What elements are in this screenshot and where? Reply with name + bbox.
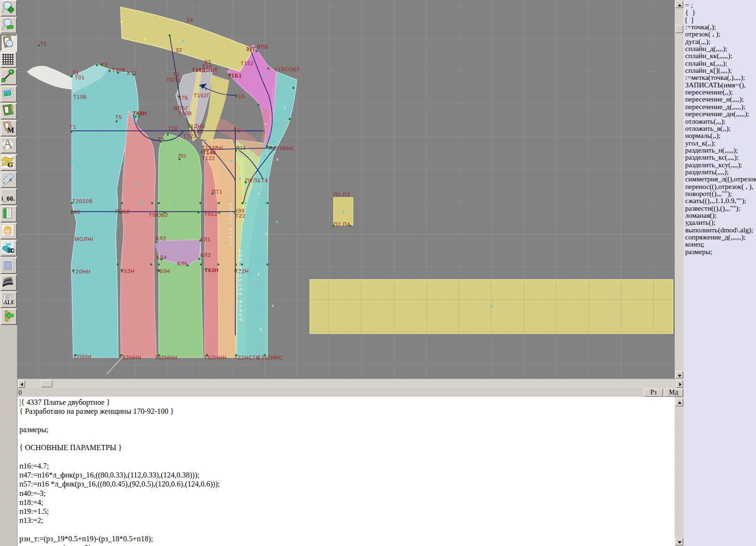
svg-text:x: x bbox=[265, 121, 267, 126]
svg-text:x: x bbox=[272, 303, 274, 308]
svg-text:Т152: Т152 bbox=[241, 60, 254, 66]
svg-text:Т10Б: Т10Б bbox=[73, 94, 87, 100]
svg-text:Т352ННС: Т352ННС bbox=[258, 355, 284, 360]
svg-text:Т6П1: Т6П1 bbox=[166, 77, 180, 83]
svg-text:Т0: Т0 bbox=[40, 41, 47, 47]
svg-text:ЛО: ЛО bbox=[178, 153, 186, 159]
svg-text:x: x bbox=[258, 272, 260, 276]
svg-text:Т9ЮБ2: Т9ЮБ2 bbox=[149, 212, 168, 218]
svg-text:Т52ННН: Т52ННН bbox=[119, 355, 142, 360]
svg-text:Т88Н: Т88Н bbox=[133, 111, 147, 116]
svg-text:КЛ2: КЛ2 bbox=[156, 236, 166, 241]
svg-text:Т123: Т123 bbox=[183, 133, 197, 139]
svg-text:Т16ДОБТ: Т16ДОБТ bbox=[192, 67, 218, 73]
svg-text:x: x bbox=[276, 157, 279, 162]
svg-text:x: x bbox=[265, 231, 267, 236]
svg-text:Я15: Я15 bbox=[236, 145, 247, 151]
svg-text:длина полочки пол: длина полочки пол bbox=[238, 247, 243, 321]
svg-text:Тбб2: Тбб2 bbox=[204, 211, 218, 217]
svg-text:ТЫ52: ТЫ52 bbox=[115, 209, 130, 214]
svg-text:П124ВНС: П124ВНС bbox=[269, 145, 295, 151]
svg-text:Т2020В: Т2020В bbox=[72, 198, 93, 204]
svg-text:32: 32 bbox=[176, 47, 182, 53]
svg-text:G: G bbox=[8, 161, 13, 168]
svg-text:97Б: 97Б bbox=[178, 95, 189, 101]
svg-text:Т20НН: Т20НН bbox=[72, 269, 91, 274]
svg-text:П2 П4: П2 П4 bbox=[334, 222, 350, 227]
svg-text:КЛ1: КЛ1 bbox=[200, 237, 211, 242]
svg-text:7: 7 bbox=[3, 181, 6, 185]
svg-text:Т140: Т140 bbox=[203, 150, 216, 155]
svg-text:МОЛНI: МОЛНI bbox=[75, 236, 94, 242]
svg-text:КЛ3: КЛ3 bbox=[200, 252, 211, 258]
svg-text:Т22НСТБ: Т22НСТБ bbox=[234, 355, 260, 360]
svg-text:Т01: Т01 bbox=[75, 75, 85, 80]
svg-text:ХТ7: ХТ7 bbox=[127, 70, 137, 76]
svg-text:x: x bbox=[284, 105, 286, 110]
svg-text:x: x bbox=[258, 191, 260, 196]
svg-text:Т122: Т122 bbox=[202, 155, 215, 161]
svg-text:8: 8 bbox=[9, 178, 12, 182]
svg-text:Т22: Т22 bbox=[235, 213, 245, 219]
svg-text:Т10В: Т10В bbox=[178, 111, 192, 116]
svg-text:длина спинки: длина спинки bbox=[228, 202, 233, 246]
svg-text:КЛ5: КЛ5 bbox=[177, 261, 188, 266]
svg-text:Г1: Г1 bbox=[70, 124, 77, 130]
svg-text:M: M bbox=[7, 126, 14, 134]
svg-text:Т152Г: Т152Г bbox=[194, 93, 210, 98]
svg-text:ВПБ: ВПБ bbox=[257, 44, 269, 50]
svg-text:Т16СОБТ: Т16СОБТ bbox=[275, 67, 300, 72]
svg-text:3D: 3D bbox=[7, 247, 14, 254]
svg-text:x: x bbox=[260, 327, 262, 332]
svg-text:Т5: Т5 bbox=[115, 114, 122, 120]
svg-text:34: 34 bbox=[187, 17, 193, 23]
svg-text:37Г: 37Г bbox=[246, 46, 256, 52]
svg-text:Т10: Т10 bbox=[168, 126, 178, 131]
svg-text:ALG: ALG bbox=[3, 299, 14, 305]
svg-text:П1 П3: П1 П3 bbox=[334, 192, 350, 197]
